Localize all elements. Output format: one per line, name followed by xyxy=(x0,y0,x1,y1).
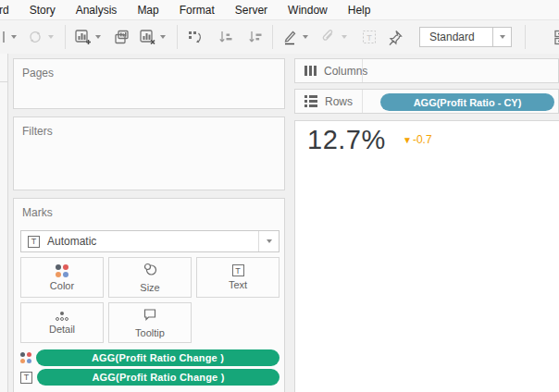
fit-mode-value: Standard xyxy=(420,28,492,46)
text-button[interactable]: T Text xyxy=(196,257,280,298)
menu-window[interactable]: Window xyxy=(278,0,338,20)
pages-title: Pages xyxy=(14,59,284,80)
mark-type-value: Automatic xyxy=(47,235,258,248)
tableau-window: rd Story Analysis Map Format Server Wind… xyxy=(0,0,559,392)
clear-sheet-icon[interactable] xyxy=(138,27,156,47)
new-worksheet-dropdown-caret[interactable] xyxy=(95,35,101,39)
swap-rows-columns-icon[interactable] xyxy=(185,27,204,47)
fit-mode-select[interactable]: Standard xyxy=(419,27,512,47)
size-icon xyxy=(143,263,157,279)
new-worksheet-icon[interactable] xyxy=(73,27,92,47)
tooltip-button-label: Tooltip xyxy=(135,327,165,338)
pages-shelf[interactable]: Pages xyxy=(13,58,285,109)
text-button-label: Text xyxy=(229,279,247,290)
highlight-dropdown-caret[interactable] xyxy=(303,35,308,39)
kpi-change-value: -0.7 xyxy=(413,133,432,146)
refresh-dropdown-caret[interactable] xyxy=(48,35,54,39)
menu-dashboard-partial[interactable]: rd xyxy=(0,0,19,20)
kpi-change-indicator: ▼ -0.7 xyxy=(403,133,432,146)
filters-title: Filters xyxy=(14,117,284,138)
toolbar-separator xyxy=(525,25,526,49)
toolbar: T Standard xyxy=(0,20,559,54)
menu-story[interactable]: Story xyxy=(19,0,66,20)
columns-icon xyxy=(304,66,317,76)
sort-ascending-icon[interactable] xyxy=(217,27,235,47)
kpi-value: 12.7% xyxy=(307,125,386,155)
menu-map[interactable]: Map xyxy=(127,0,168,20)
menu-format[interactable]: Format xyxy=(169,0,225,20)
text-shelf-icon: T xyxy=(20,372,32,384)
view-canvas[interactable]: 12.7% ▼ -0.7 xyxy=(294,120,559,392)
fix-axes-pin-icon[interactable] xyxy=(386,27,404,47)
columns-shelf[interactable]: Columns xyxy=(294,58,559,83)
toolbar-separator xyxy=(272,25,273,49)
detail-icon xyxy=(56,312,68,321)
filters-shelf[interactable]: Filters xyxy=(13,116,285,190)
color-button[interactable]: Color xyxy=(20,257,104,298)
marks-card: Marks T Automatic Color xyxy=(13,198,285,392)
menu-bar: rd Story Analysis Map Format Server Wind… xyxy=(0,0,559,20)
rows-label: Rows xyxy=(325,95,353,108)
menu-server[interactable]: Server xyxy=(225,0,278,20)
paperclip-icon[interactable] xyxy=(319,27,338,47)
down-triangle-icon: ▼ xyxy=(403,135,412,145)
detail-button-label: Detail xyxy=(49,324,75,335)
toolbar-separator xyxy=(65,25,66,49)
clear-sheet-dropdown-caret[interactable] xyxy=(160,35,166,39)
rows-pill[interactable]: AGG(Profit Ratio - CY) xyxy=(380,93,554,111)
marks-title: Marks xyxy=(14,199,284,219)
color-icon xyxy=(56,264,68,277)
color-pill[interactable]: AGG(Profit Ratio Change ) xyxy=(36,349,280,366)
toolbar-separator xyxy=(177,25,178,49)
size-button-label: Size xyxy=(140,282,159,293)
shelf-separator xyxy=(362,59,363,82)
tooltip-button[interactable]: Tooltip xyxy=(108,302,192,343)
text-icon: T xyxy=(232,264,244,276)
show-mark-labels-icon[interactable]: T xyxy=(360,27,379,47)
mark-type-dropdown[interactable]: T Automatic xyxy=(20,230,280,252)
data-pane-divider xyxy=(0,81,8,82)
duplicate-sheet-icon[interactable] xyxy=(112,27,130,47)
tooltip-icon xyxy=(143,308,157,325)
marks-pill-row: T AGG(Profit Ratio Change ) xyxy=(20,369,280,386)
rows-shelf[interactable]: Rows AGG(Profit Ratio - CY) xyxy=(294,89,559,114)
sort-descending-icon[interactable] xyxy=(246,27,265,47)
marks-buttons: Color Size T Text xyxy=(20,257,280,343)
color-shelf-icon xyxy=(20,352,31,363)
color-button-label: Color xyxy=(50,280,74,291)
workspace: Pages Filters Marks T Automatic Color xyxy=(0,54,559,392)
svg-text:T: T xyxy=(366,33,372,43)
fit-mode-caret[interactable] xyxy=(492,28,511,46)
text-mark-icon: T xyxy=(28,236,40,248)
data-pane-edge xyxy=(0,54,8,392)
menu-analysis[interactable]: Analysis xyxy=(66,0,128,20)
detail-button[interactable]: Detail xyxy=(20,302,104,343)
marks-pill-row: AGG(Profit Ratio Change ) xyxy=(20,349,280,366)
show-me-partial-icon[interactable] xyxy=(546,27,559,47)
undo-dropdown-caret[interactable] xyxy=(11,35,17,39)
refresh-icon[interactable] xyxy=(26,27,44,47)
shelf-separator xyxy=(362,90,363,113)
rows-icon xyxy=(304,95,317,107)
menu-help[interactable]: Help xyxy=(338,0,381,20)
text-pill[interactable]: AGG(Profit Ratio Change ) xyxy=(37,369,280,386)
size-button[interactable]: Size xyxy=(108,257,192,298)
undo-partial-icon[interactable] xyxy=(0,27,7,47)
highlight-pen-icon[interactable] xyxy=(280,27,299,47)
mark-type-caret[interactable] xyxy=(258,231,279,251)
paperclip-dropdown-caret[interactable] xyxy=(342,35,347,39)
